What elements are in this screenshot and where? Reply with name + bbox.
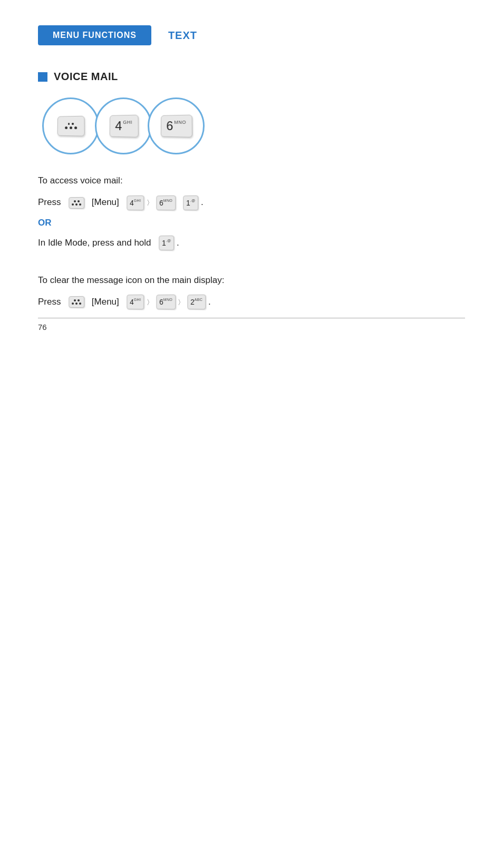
inline-key-6-2: 6 MNO [156,295,176,309]
inline-menu-key-icon-2 [69,296,84,308]
ik4-sub: GHI [134,197,141,203]
ik1-num: 1 [186,197,190,209]
dot4 [69,126,72,129]
ik1-sub: .@ [190,197,196,203]
ik6-num: 6 [159,197,163,209]
inline-key-1-idle: 1 .@ [159,236,174,250]
key-6-icon: 6 MNO [161,115,192,138]
dot2 [72,123,74,125]
ik6b-sub: MNO [163,297,172,303]
ik6-sub: MNO [163,197,172,203]
idot1b [73,299,75,301]
key-4-icon: 4 GHI [109,115,138,138]
inline-key-1-idle-icon: 1 .@ [159,236,174,251]
ik1idle-num: 1 [162,237,166,249]
inline-key-4-2: 4 GHI [127,295,144,309]
inline-dots-top [73,200,79,202]
inline-key-2: 2 ABC [187,295,206,309]
press-sequence-1: Press [Menu] 4 GHI [38,195,465,210]
section-title-text: VOICE MAIL [54,71,118,83]
idot2b [77,299,79,301]
section-title: VOICE MAIL [38,71,465,83]
inline-menu-key-icon [69,197,84,209]
dot1 [68,123,70,124]
menu-label-1: [Menu] [92,197,119,207]
ik1idle-sub: .@ [166,238,171,243]
inline-key-6-1: 6 MNO [156,196,176,210]
idot4 [75,203,78,206]
key-circles-illustration: 4 GHI 6 MNO [42,97,465,154]
chevron-1: 〉 [147,199,153,207]
idot4b [75,303,78,305]
ik4-num: 4 [130,197,134,209]
ik6b-num: 6 [159,296,163,308]
idle-mode-text: In Idle Mode, press and hold 1 .@ . [38,236,465,251]
chevron-2: 〉 [147,298,153,306]
ik2-sub: ABC [195,297,202,303]
period-1: . [201,197,204,207]
inline-dots-bottom [72,203,81,206]
key-4-sub: GHI [123,120,132,125]
inline-menu-key-1 [69,197,84,209]
section-square-icon [38,72,47,82]
menu-label-2: [Menu] [92,297,119,307]
menu-key-circle [42,97,99,154]
period-3: . [208,297,211,307]
inline-key-4-icon: 4 GHI [127,195,144,210]
idot5 [79,203,81,206]
dot5 [74,126,77,129]
ik4b-num: 4 [130,296,134,308]
inline-key-2-icon: 2 ABC [187,295,206,310]
ik4b-sub: GHI [134,297,141,303]
key-4-number: 4 [115,119,122,133]
inline-key-4-1: 4 GHI [127,196,144,210]
press-label-2: Press [38,297,61,307]
dots-top-row [68,123,74,125]
ik2-num: 2 [190,296,195,308]
inline-key-6-icon: 6 MNO [156,195,176,210]
key-6-number: 6 [166,119,173,133]
dots-bottom-row [65,126,77,129]
inline-key-4-icon-2: 4 GHI [127,295,144,310]
section-heading: TEXT [168,30,197,42]
key-4-circle: 4 GHI [95,97,152,154]
idot5b [79,303,81,305]
page-number: 76 [38,323,47,331]
idot2 [77,200,79,202]
menu-functions-badge: MENU FUNCTIONS [38,25,151,45]
idot1 [73,200,75,202]
footer: 76 [38,318,465,331]
press-label-1: Press [38,197,61,207]
dot3 [65,126,67,129]
inline-key-6-icon-2: 6 MNO [156,295,176,310]
page: MENU FUNCTIONS TEXT VOICE MAIL [0,0,503,348]
idle-mode-label: In Idle Mode, press and hold [38,238,151,248]
header: MENU FUNCTIONS TEXT [38,25,465,45]
inline-dots-top-2 [73,299,79,301]
inline-key-1-1: 1 .@ [183,196,198,210]
inline-key-1-icon: 1 .@ [183,195,198,210]
key-6-sub: MNO [174,120,186,125]
inline-menu-key-2 [69,296,84,308]
access-voice-mail-label: To access voice mail: [38,173,465,188]
idot3 [72,203,74,206]
idot3b [72,303,74,305]
menu-key-icon [57,116,85,136]
key-6-circle: 6 MNO [148,97,205,154]
period-2: . [177,238,179,248]
inline-dots-bottom-2 [72,303,81,305]
press-sequence-2: Press [Menu] 4 GHI [38,295,465,310]
or-label: OR [38,218,465,228]
chevron-3: 〉 [178,298,185,306]
clear-message-label: To clear the message icon on the main di… [38,273,465,287]
